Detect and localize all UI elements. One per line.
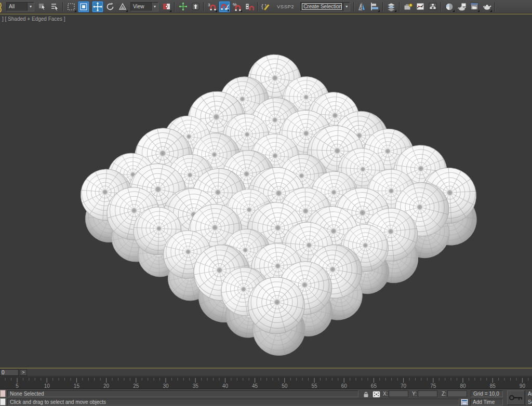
ruler-label: 30	[163, 383, 169, 389]
selection-lock-toggle[interactable]	[362, 390, 370, 398]
viewport-canvas[interactable]	[0, 15, 532, 368]
snap-3d-icon: 3	[207, 2, 217, 11]
ruler-label: 45	[252, 383, 258, 389]
layer-manager-button[interactable]	[385, 1, 397, 12]
ruler-label: 70	[401, 383, 407, 389]
toolbar-separator	[441, 2, 442, 11]
rendered-frame-window-button[interactable]	[469, 1, 480, 12]
track-bar[interactable]: 51015202530354045505560657075808590	[0, 377, 532, 389]
spinner-snap-icon	[245, 2, 254, 11]
auto-key-button[interactable]: Aut	[528, 391, 532, 397]
select-object-button[interactable]	[36, 1, 48, 12]
dropdown-arrow-icon[interactable]: ▼	[151, 3, 158, 11]
select-and-move-button[interactable]	[92, 1, 103, 12]
rectangular-selection-region-button[interactable]	[65, 1, 77, 12]
status-splitter[interactable]	[6, 390, 7, 405]
time-tag-window-icon	[461, 399, 468, 405]
reference-coordinate-value: View	[131, 4, 151, 9]
status-separator	[526, 390, 527, 405]
maxscript-macro-recorder[interactable]	[0, 390, 6, 397]
selection-filter-dropdown[interactable]: All ▼	[6, 2, 34, 11]
snap-toggle-3d-button[interactable]: 3	[206, 1, 218, 12]
ruler-label: 40	[222, 383, 229, 389]
schematic-view-button[interactable]	[427, 1, 438, 12]
render-production-icon	[482, 2, 491, 11]
z-coordinate-input[interactable]	[447, 390, 467, 397]
ruler-label: 65	[371, 383, 377, 389]
curve-editor-icon	[416, 2, 425, 11]
track-bar-ruler: 51015202530354045505560657075808590	[0, 377, 532, 389]
render-production-button[interactable]	[481, 1, 493, 12]
key-icon	[509, 394, 523, 402]
align-icon	[370, 2, 379, 11]
toolbar-separator	[203, 2, 204, 11]
material-editor-button[interactable]	[444, 1, 455, 12]
time-slider-handle[interactable]: 0	[0, 369, 19, 376]
create-selection-set-dropdown[interactable]: Create Selection Se ▼	[300, 2, 350, 11]
maxscript-mini-listener[interactable]	[0, 398, 6, 405]
ruler-label: 80	[460, 383, 466, 389]
select-and-rotate-icon	[105, 2, 115, 11]
toolbar-separator	[257, 2, 258, 11]
named-selection-set-label: VSSP2	[277, 4, 294, 9]
keyboard-override-icon	[191, 2, 200, 11]
toolbar-separator	[62, 2, 63, 11]
schematic-view-icon	[428, 2, 437, 11]
ruler-label: 60	[341, 383, 348, 389]
ruler-label: 10	[44, 383, 50, 389]
curve-editor-button[interactable]	[415, 1, 426, 12]
y-coordinate-input[interactable]	[418, 390, 437, 397]
select-by-name-icon	[50, 2, 59, 11]
create-selection-set-value: Create Selection Se	[302, 3, 342, 10]
3ds-max-window: All ▼	[0, 0, 532, 406]
use-pivot-point-center-button[interactable]	[161, 1, 172, 12]
y-coordinate-label: Y:	[412, 391, 417, 397]
select-and-rotate-button[interactable]	[104, 1, 116, 12]
z-coordinate-label: Z:	[442, 391, 446, 397]
select-and-scale-icon	[118, 3, 127, 11]
rectangular-selection-icon	[67, 3, 75, 11]
graphite-toolbox-icon	[403, 2, 413, 11]
set-key-button[interactable]: Se	[528, 399, 532, 405]
x-coordinate-label: X:	[383, 391, 388, 397]
graphite-modeling-toggle-button[interactable]	[402, 1, 414, 12]
viewport-shading-label[interactable]: ] [ Shaded + Edged Faces ]	[2, 16, 65, 22]
align-button[interactable]	[369, 1, 380, 12]
next-frame-button[interactable]: >	[20, 369, 27, 376]
ruler-label: 50	[282, 383, 288, 389]
select-object-icon	[38, 2, 47, 11]
main-toolbar: All ▼	[0, 0, 532, 13]
open-mini-curve-editor-button[interactable]	[460, 398, 469, 406]
toolbar-separator	[399, 2, 400, 11]
ruler-label: 15	[74, 383, 80, 389]
add-time-tag-field[interactable]: Add Time Tag	[470, 399, 503, 405]
mirror-button[interactable]	[356, 1, 368, 12]
ruler-label: 55	[311, 383, 317, 389]
dropdown-arrow-icon[interactable]: ▼	[27, 3, 34, 11]
use-pivot-center-icon	[162, 2, 171, 11]
select-by-name-button[interactable]	[49, 1, 60, 12]
keyboard-shortcut-override-button[interactable]	[190, 1, 201, 12]
status-bar: None Selected Click and drag to select a…	[0, 389, 532, 406]
named-selection-sets-icon: { }	[261, 2, 271, 11]
perspective-viewport[interactable]: ] [ Shaded + Edged Faces ]	[0, 13, 532, 369]
edit-named-selection-sets-button[interactable]: { }	[260, 1, 272, 12]
percent-snap-toggle-button[interactable]: %	[231, 1, 243, 12]
select-and-move-icon	[93, 2, 102, 11]
spinner-snap-toggle-button[interactable]	[244, 1, 255, 12]
layer-manager-icon	[387, 2, 396, 11]
render-setup-button[interactable]	[456, 1, 468, 12]
absolute-offset-mode-toggle[interactable]	[372, 390, 381, 398]
svg-text:3: 3	[208, 3, 210, 7]
select-and-scale-button[interactable]	[117, 1, 128, 12]
select-and-manipulate-button[interactable]	[177, 1, 189, 12]
time-slider-track[interactable]: 0 >	[0, 369, 532, 376]
window-crossing-toggle-button[interactable]	[78, 1, 89, 12]
bind-to-space-warp-icon[interactable]	[0, 1, 5, 12]
dropdown-arrow-icon[interactable]: ▼	[343, 3, 350, 11]
toolbar-separator	[174, 2, 175, 11]
set-keys-button[interactable]	[507, 390, 525, 405]
angle-snap-toggle-button[interactable]	[219, 1, 230, 12]
reference-coordinate-dropdown[interactable]: View ▼	[130, 2, 158, 11]
x-coordinate-input[interactable]	[389, 390, 408, 397]
